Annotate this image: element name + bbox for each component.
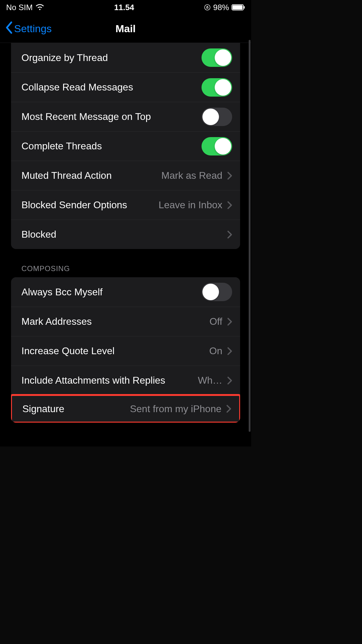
settings-content[interactable]: Organize by Thread Collapse Read Message… xyxy=(0,43,251,423)
svg-rect-2 xyxy=(232,5,243,10)
toggle-complete-threads[interactable] xyxy=(202,137,232,155)
chevron-right-icon xyxy=(227,317,232,326)
row-label: Increase Quote Level xyxy=(21,345,115,357)
battery-icon xyxy=(232,4,245,10)
row-label: Always Bcc Myself xyxy=(21,286,103,298)
toggle-organize-by-thread[interactable] xyxy=(202,48,232,67)
row-label: Mark Addresses xyxy=(21,316,92,327)
wifi-icon xyxy=(35,4,44,11)
svg-rect-3 xyxy=(244,6,245,9)
svg-point-0 xyxy=(205,5,210,10)
row-label: Collapse Read Messages xyxy=(21,82,133,93)
row-label: Complete Threads xyxy=(21,140,102,152)
clock: 11.54 xyxy=(114,3,134,12)
battery-percent: 98% xyxy=(213,3,229,12)
row-label: Signature xyxy=(22,403,64,415)
chevron-right-icon xyxy=(226,404,231,413)
row-collapse-read-messages[interactable]: Collapse Read Messages xyxy=(11,72,240,102)
row-value: On xyxy=(209,345,222,357)
row-value: Sent from my iPhone xyxy=(130,403,221,415)
letterbox-bottom xyxy=(0,447,251,644)
page-title: Mail xyxy=(115,23,136,35)
chevron-right-icon xyxy=(227,347,232,355)
chevron-right-icon xyxy=(227,201,232,209)
threading-group: Organize by Thread Collapse Read Message… xyxy=(11,43,240,249)
chevron-left-icon xyxy=(5,21,13,36)
row-label: Muted Thread Action xyxy=(21,170,112,181)
row-increase-quote-level[interactable]: Increase Quote Level On xyxy=(11,336,240,366)
row-label: Organize by Thread xyxy=(21,52,108,63)
composing-group: Always Bcc Myself Mark Addresses Off Inc… xyxy=(11,277,240,423)
chevron-right-icon xyxy=(227,230,232,239)
row-include-attachments[interactable]: Include Attachments with Replies Wh… xyxy=(11,366,240,395)
row-mark-addresses[interactable]: Mark Addresses Off xyxy=(11,307,240,336)
row-value: Mark as Read xyxy=(161,170,222,181)
row-label: Include Attachments with Replies xyxy=(21,375,165,386)
letterbox-right xyxy=(251,0,362,644)
row-label: Blocked Sender Options xyxy=(21,199,127,211)
row-value: Wh… xyxy=(198,375,222,386)
chevron-right-icon xyxy=(227,376,232,385)
row-blocked[interactable]: Blocked xyxy=(11,220,240,249)
toggle-most-recent-on-top[interactable] xyxy=(202,108,232,126)
back-button[interactable]: Settings xyxy=(5,21,52,36)
row-value: Off xyxy=(209,316,222,327)
row-organize-by-thread[interactable]: Organize by Thread xyxy=(11,43,240,72)
phone-frame: No SIM 11.54 98% Settings Mail xyxy=(0,0,251,447)
row-label: Most Recent Message on Top xyxy=(21,111,151,122)
row-value: Leave in Inbox xyxy=(159,199,222,211)
scroll-indicator[interactable] xyxy=(249,40,251,432)
status-bar: No SIM 11.54 98% xyxy=(0,0,251,15)
toggle-collapse-read-messages[interactable] xyxy=(202,78,232,97)
row-most-recent-on-top[interactable]: Most Recent Message on Top xyxy=(11,102,240,131)
carrier-label: No SIM xyxy=(6,3,33,12)
nav-bar: Settings Mail xyxy=(0,15,251,43)
rotation-lock-icon xyxy=(204,4,211,11)
row-label: Blocked xyxy=(21,229,56,240)
row-signature[interactable]: Signature Sent from my iPhone xyxy=(11,394,240,423)
row-blocked-sender-options[interactable]: Blocked Sender Options Leave in Inbox xyxy=(11,190,240,220)
section-header-composing: COMPOSING xyxy=(11,264,240,277)
row-muted-thread-action[interactable]: Muted Thread Action Mark as Read xyxy=(11,161,240,190)
toggle-always-bcc-myself[interactable] xyxy=(202,283,232,301)
back-label: Settings xyxy=(14,23,52,35)
row-always-bcc-myself[interactable]: Always Bcc Myself xyxy=(11,277,240,307)
row-complete-threads[interactable]: Complete Threads xyxy=(11,131,240,161)
chevron-right-icon xyxy=(227,171,232,180)
